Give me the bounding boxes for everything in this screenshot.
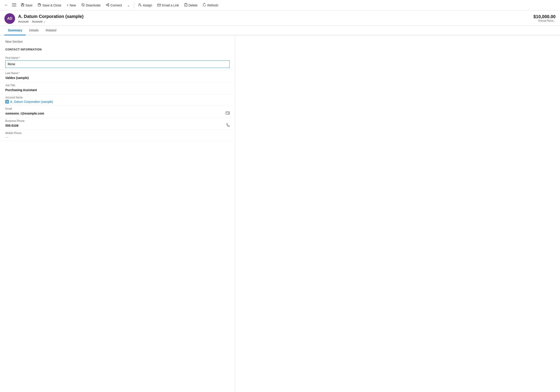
email-action-icon[interactable] — [226, 111, 230, 115]
email-link-button[interactable]: Email a Link — [155, 2, 181, 9]
svg-point-17 — [139, 4, 140, 5]
email-link-icon — [157, 3, 161, 8]
save-close-button[interactable]: Save & Close — [36, 2, 63, 9]
job-title-value[interactable]: Purchasing Assistant — [5, 88, 230, 92]
save-icon — [21, 3, 24, 8]
svg-point-13 — [108, 3, 109, 4]
deactivate-label: Deactivate — [86, 4, 100, 7]
job-title-label: Job Title — [5, 84, 230, 87]
section-new-title: New Section — [0, 40, 235, 46]
new-label: New — [70, 4, 76, 7]
record-header-left: AD A. Datum Corporation (sample) Account… — [4, 13, 84, 24]
mobile-phone-label: Mobile Phone — [5, 132, 230, 135]
first-name-required: * — [19, 56, 20, 59]
assign-button[interactable]: Assign — [136, 2, 154, 9]
connect-label: Connect — [110, 4, 122, 7]
field-mobile-phone: Mobile Phone --- — [0, 130, 235, 141]
tab-related[interactable]: Related — [42, 26, 60, 35]
svg-line-15 — [107, 4, 108, 5]
breadcrumb: Account · Account ⌄ — [18, 20, 84, 23]
main-content: New Section CONTACT INFORMATION First Na… — [0, 35, 560, 392]
revenue-value: $10,000.00 — [533, 14, 556, 19]
account-name-value[interactable]: A. Datum Corporation (sample) — [5, 100, 230, 103]
svg-rect-27 — [6, 101, 8, 103]
connect-icon — [106, 3, 109, 8]
field-last-name: Last Name * Valdes (sample) — [0, 70, 235, 82]
breadcrumb-entity[interactable]: Account ⌄ — [32, 20, 45, 23]
left-panel: New Section CONTACT INFORMATION First Na… — [0, 35, 235, 392]
hamburger-icon — [12, 3, 16, 8]
avatar: AD — [4, 13, 15, 24]
field-business-phone: Business Phone 555-0108 — [0, 118, 235, 130]
field-first-name: First Name * — [0, 55, 235, 70]
email-field-row: someone_i@example.com — [5, 111, 230, 116]
save-close-icon — [38, 3, 41, 8]
field-account-name: Account Name A. Datum Corporation (sampl… — [0, 94, 235, 106]
assign-icon — [138, 3, 142, 8]
last-name-value[interactable]: Valdes (sample) — [5, 76, 230, 80]
new-button[interactable]: + New — [64, 2, 78, 9]
first-name-input[interactable] — [5, 60, 230, 68]
refresh-button[interactable]: Refresh — [200, 2, 220, 9]
record-header: AD A. Datum Corporation (sample) Account… — [0, 11, 560, 26]
business-phone-field-row: 555-0108 — [5, 123, 230, 128]
delete-button[interactable]: Delete — [182, 2, 200, 9]
more-button[interactable]: ⌄ — [125, 2, 132, 8]
deactivate-button[interactable]: Deactivate — [79, 2, 103, 9]
account-entity-icon — [5, 100, 9, 103]
breadcrumb-separator: · — [30, 20, 31, 23]
account-name-label: Account Name — [5, 96, 230, 99]
section-contact-heading: CONTACT INFORMATION — [0, 46, 235, 55]
field-email: Email someone_i@example.com — [0, 106, 235, 118]
assign-label: Assign — [143, 4, 152, 7]
email-label: Email — [5, 107, 230, 110]
breadcrumb-type[interactable]: Account — [18, 20, 29, 23]
svg-line-11 — [82, 4, 84, 6]
svg-point-12 — [106, 4, 107, 5]
back-icon: ← — [4, 3, 8, 8]
save-close-label: Save & Close — [42, 4, 61, 7]
save-button[interactable]: Save — [19, 2, 35, 9]
tabs-bar: Summary Details Related — [0, 26, 560, 35]
business-phone-value[interactable]: 555-0108 — [5, 123, 18, 128]
new-icon: + — [67, 3, 69, 7]
phone-action-icon[interactable] — [226, 123, 230, 128]
svg-rect-21 — [185, 4, 187, 6]
record-title: A. Datum Corporation (sample) — [18, 14, 84, 19]
svg-rect-1 — [12, 5, 16, 5]
business-phone-label: Business Phone — [5, 119, 230, 122]
svg-rect-2 — [12, 6, 16, 6]
svg-rect-4 — [22, 4, 23, 5]
menu-icon-button[interactable] — [11, 2, 18, 9]
refresh-label: Refresh — [207, 4, 218, 7]
toolbar: ← Save Sav — [0, 0, 560, 11]
connect-button[interactable]: Connect — [104, 2, 124, 9]
tab-summary[interactable]: Summary — [4, 26, 26, 35]
first-name-label: First Name * — [5, 56, 230, 59]
svg-point-14 — [108, 5, 109, 6]
last-name-label: Last Name * — [5, 72, 230, 75]
svg-rect-0 — [12, 3, 16, 4]
record-header-right: $10,000.00 Annual Reve... — [533, 13, 556, 22]
right-panel — [235, 35, 560, 392]
email-link-label: Email a Link — [162, 4, 179, 7]
delete-icon — [184, 3, 187, 8]
mobile-phone-value[interactable]: --- — [5, 136, 230, 139]
save-label: Save — [25, 4, 32, 7]
refresh-icon — [203, 3, 206, 8]
tab-details[interactable]: Details — [26, 26, 42, 35]
back-button[interactable]: ← — [3, 2, 10, 9]
toolbar-separator — [134, 3, 134, 8]
revenue-label: Annual Reve... — [533, 19, 556, 22]
email-value[interactable]: someone_i@example.com — [5, 111, 44, 116]
field-job-title: Job Title Purchasing Assistant — [0, 82, 235, 94]
chevron-down-icon: ⌄ — [43, 20, 45, 23]
chevron-down-icon: ⌄ — [127, 4, 130, 7]
last-name-required: * — [19, 72, 20, 75]
deactivate-icon — [81, 3, 85, 8]
svg-rect-7 — [39, 4, 40, 4]
delete-label: Delete — [189, 4, 197, 7]
svg-line-16 — [107, 5, 108, 6]
record-info: A. Datum Corporation (sample) Account · … — [18, 14, 84, 23]
